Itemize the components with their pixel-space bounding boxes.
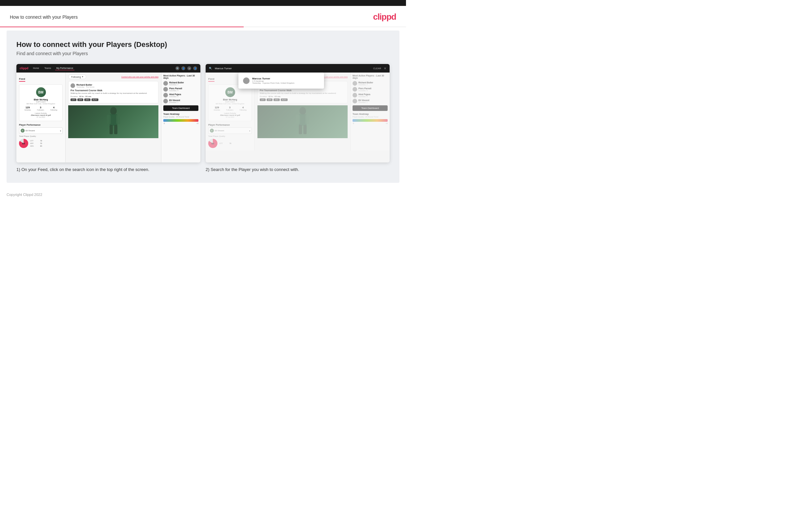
active-player-avatar-richard (163, 81, 168, 86)
feed-tab-1[interactable]: Feed (19, 78, 25, 82)
nav-myperformance-1[interactable]: My Performance (55, 66, 75, 70)
badge-arg-1: ARG (84, 98, 91, 101)
app-logo-1: clippd (20, 67, 29, 70)
player-perf-title-1: Player Performance (19, 124, 63, 126)
stat-following-num-2: 4 (239, 106, 246, 109)
active-player-eli: Eli Vincent Activities: 1 (163, 99, 198, 103)
active-player-info-piers-2: Piers Parnell Activities: 4 (359, 87, 388, 92)
activity-title-1: Pre Tournament Course Walk (70, 89, 156, 92)
main-content: How to connect with your Players (Deskto… (7, 31, 399, 183)
active-player-info-hiral-2: Hiral Pujara Activities: 3 (359, 93, 388, 97)
player-perf-section-1: Player Performance E Eli Vincent ▾ Total… (19, 124, 63, 148)
team-dashboard-btn-1[interactable]: Team Dashboard (163, 105, 198, 111)
badge-app-2: APP (267, 98, 273, 101)
badge-app-1: APP (78, 98, 83, 101)
active-player-richard-2: Richard Butler Activities: 7 (352, 81, 388, 86)
latest-activity-date: 27 Jul 2022 (21, 116, 60, 118)
caption-num-1: 1) (16, 167, 20, 172)
active-player-count-richard-2: Activities: 7 (359, 84, 388, 86)
bar-label-ott: OTT (30, 140, 36, 142)
bars-section-2: OTT 79 (220, 142, 231, 145)
svg-rect-3 (116, 115, 120, 124)
app-mockup-1: clippd Home Teams My Performance 🔍 👤 ⚙ 👤 (16, 64, 200, 162)
badge-ott-2: OTT (260, 98, 266, 101)
active-player-eli-2: Eli Vincent Activities: 1 (352, 99, 388, 103)
active-player-count-hiral-2: Activities: 3 (359, 95, 388, 97)
most-active-title-1: Most Active Players - Last 30 days (163, 75, 198, 79)
nav-teams-1[interactable]: Teams (43, 66, 52, 70)
search-bar-overlay: 🔍 Marcus Turner CLEAR ✕ (206, 64, 390, 73)
player-selector-left: E Eli Vincent (21, 129, 35, 133)
duration-val-2: 02 hr : 00 min (269, 95, 281, 97)
active-player-count-hiral: Activities: 3 (169, 95, 198, 97)
search-text: Marcus Turner (215, 67, 232, 70)
app-right-1: Most Active Players - Last 30 days Richa… (161, 73, 200, 162)
badge-ott-1: OTT (70, 98, 77, 101)
player-perf-section-2: Player Performance E Eli Vincent ▾ Tot (208, 124, 252, 148)
active-player-name-richard: Richard Butler (169, 81, 198, 84)
profile-avatar-2: BM (225, 87, 235, 97)
stat-activities-num: 129 (24, 106, 31, 109)
bar-row-ott: OTT 79 (30, 140, 42, 142)
quality-circle-2: 84 (208, 139, 218, 148)
activity-user-name-1: Richard Butler (77, 84, 156, 86)
search-result-name-marcus: Marcus Turner (252, 77, 294, 80)
avatar-icon[interactable]: 👤 (193, 66, 197, 70)
header: How to connect with your Players clippd (0, 6, 406, 27)
clippd-logo: clippd (373, 12, 396, 22)
stat-followers-num-2: 3 (226, 106, 233, 109)
stat-followers-2: 3 Followers (226, 106, 233, 111)
control-link-1[interactable]: Control who can see your activity and da… (121, 76, 158, 78)
search-icon-overlay: 🔍 (209, 67, 212, 70)
quality-label-1: Total Player Quality (19, 135, 63, 137)
active-player-count-piers: Activities: 4 (169, 90, 198, 92)
clear-button[interactable]: CLEAR (373, 67, 381, 70)
svg-rect-8 (296, 115, 300, 124)
bar-label-ott-2: OTT (220, 142, 225, 144)
badge-row-2: OTT APP ARG PUTT (260, 98, 345, 101)
stat-activities-2: 129 Activities (213, 106, 220, 111)
stat-following-label: Following (50, 109, 57, 111)
golfer-image-1 (68, 105, 158, 138)
search-input-mock[interactable]: Marcus Turner (215, 67, 371, 70)
activity-desc-1: Walking the course with my coach to buil… (70, 92, 156, 94)
bar-label-app: APP (30, 142, 36, 144)
duration-label-2: Duration (260, 95, 267, 97)
stat-followers-num: 3 (37, 106, 44, 109)
active-player-name-piers-2: Piers Parnell (359, 87, 388, 90)
app-mockup-2: 🔍 Marcus Turner CLEAR ✕ Marcus Turner (206, 64, 390, 162)
settings-icon[interactable]: ⚙ (187, 66, 191, 70)
active-player-name-eli: Eli Vincent (169, 99, 198, 101)
nav-home-1[interactable]: Home (32, 66, 41, 70)
following-pill-1[interactable]: Following ▾ (68, 75, 86, 79)
svg-point-0 (110, 107, 117, 115)
app-main-1: Following ▾ Control who can see your act… (65, 73, 161, 162)
duration-val-1: 02 hr : 00 min (79, 95, 92, 97)
search-result-marcus[interactable]: Marcus Turner 1.5 Handicap Yesterday · C… (241, 75, 321, 86)
team-dashboard-btn-2: Team Dashboard (352, 105, 388, 111)
user-icon[interactable]: 👤 (181, 66, 185, 70)
player-selector-1[interactable]: E Eli Vincent ▾ (19, 127, 63, 134)
heatmap-low-1: -5 (163, 122, 164, 124)
svg-rect-2 (107, 115, 111, 124)
active-player-avatar-hiral-2 (352, 93, 357, 97)
close-icon[interactable]: ✕ (384, 67, 386, 70)
profile-club-2: Mill Ride Golf Club, United Kingdom (210, 103, 249, 105)
profile-card-1: BM Blair McHarg Golf Coach Mill Ride Gol… (19, 84, 63, 121)
heatmap-high-2: +5 (386, 122, 388, 124)
active-player-avatar-eli-2 (352, 99, 357, 103)
stat-activities-label: Activities (24, 109, 31, 111)
footer-text: Copyright Clippd 2022 (7, 193, 42, 197)
main-subheading: Find and connect with your Players (16, 51, 390, 56)
active-player-name-eli-2: Eli Vincent (359, 99, 388, 101)
badge-arg-2: ARG (274, 98, 280, 101)
player-selector-name-2: Eli Vincent (215, 130, 224, 132)
active-player-count-richard: Activities: 7 (169, 84, 198, 86)
page-title: How to connect with your Players (10, 14, 78, 20)
active-player-name-piers: Piers Parnell (169, 87, 198, 90)
profile-avatar-1: BM (36, 87, 46, 97)
heatmap-scale-1: -5 +5 (163, 122, 198, 124)
heatmap-bar-1 (163, 119, 198, 122)
search-icon[interactable]: 🔍 (176, 66, 179, 70)
heatmap-scale-2: -5 +5 (352, 122, 388, 124)
